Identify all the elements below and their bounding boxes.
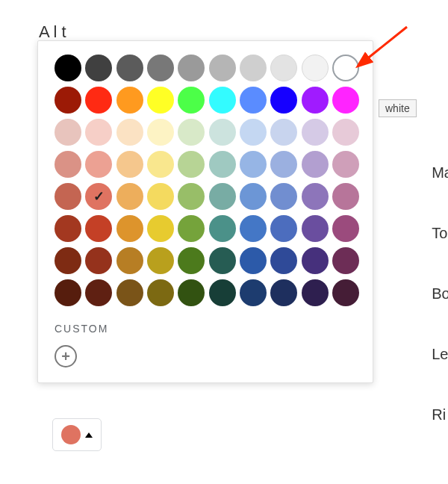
callout-arrow xyxy=(0,0,448,484)
color-tooltip: white xyxy=(379,99,417,117)
svg-line-0 xyxy=(366,27,407,60)
